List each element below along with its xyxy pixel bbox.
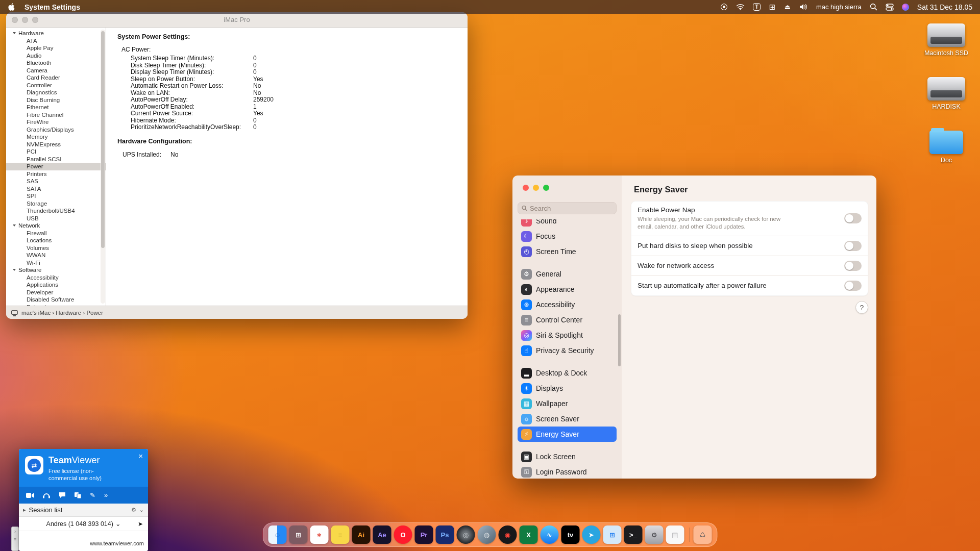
- desktop-icon[interactable]: Doc: [929, 131, 963, 164]
- si-sidebar-row[interactable]: Software: [6, 266, 106, 274]
- si-sidebar-row[interactable]: Accessibility: [6, 274, 106, 282]
- si-sidebar-row[interactable]: Developer: [6, 289, 106, 296]
- active-app-name[interactable]: System Settings: [24, 3, 80, 11]
- si-sidebar-row[interactable]: USB: [6, 215, 106, 222]
- si-sidebar-row[interactable]: Storage: [6, 200, 106, 208]
- dock-icon[interactable]: ➤: [582, 525, 601, 544]
- teamviewer-header[interactable]: ⇄ TeamViewer Free license (non-commercia…: [19, 449, 148, 487]
- teamviewer-menu-icon[interactable]: T: [753, 3, 761, 11]
- desktop-icon[interactable]: HARDISK: [927, 77, 965, 110]
- zoom-button[interactable]: [32, 17, 38, 23]
- menu-clock[interactable]: Sat 31 Dec 18.05: [917, 3, 972, 11]
- settings-sidebar-item[interactable]: ⚿ Login Password: [518, 464, 617, 479]
- expand-icon[interactable]: ▸: [23, 507, 26, 513]
- dock-icon[interactable]: Ae: [373, 525, 391, 544]
- si-sidebar-row[interactable]: Audio: [6, 52, 106, 60]
- si-sidebar-row[interactable]: Extensions: [6, 304, 106, 306]
- settings-sidebar-item[interactable]: ≡ Control Center: [518, 312, 617, 328]
- sidebar-scrollbar[interactable]: [618, 314, 621, 366]
- dock-icon[interactable]: ⊞: [603, 525, 622, 544]
- pointer-icon[interactable]: ➤: [138, 520, 143, 528]
- desktop-icon[interactable]: Macintosh SSD: [924, 23, 968, 57]
- settings-sidebar-item[interactable]: ▣ Lock Screen: [518, 449, 617, 464]
- dock-icon[interactable]: >_: [624, 525, 643, 544]
- toggle-switch[interactable]: [844, 261, 862, 271]
- wifi-icon[interactable]: [736, 3, 745, 11]
- settings-sidebar-item[interactable]: ☀ Displays: [518, 381, 617, 396]
- more-actions-icon[interactable]: »: [104, 491, 108, 499]
- si-sidebar-row[interactable]: FireWire: [6, 118, 106, 126]
- si-sidebar-row[interactable]: Volumes: [6, 244, 106, 252]
- si-titlebar[interactable]: iMac Pro: [6, 12, 468, 28]
- si-sidebar-row[interactable]: Bluetooth: [6, 59, 106, 67]
- dock-icon[interactable]: ♺: [694, 525, 712, 544]
- apple-menu[interactable]: [8, 3, 15, 11]
- settings-sidebar-item[interactable]: ◐ Appearance: [518, 282, 617, 297]
- dock-icon[interactable]: ⚙: [645, 525, 664, 544]
- teamviewer-collapse-strip[interactable]: › ≡: [11, 527, 19, 551]
- si-sidebar-row[interactable]: Applications: [6, 281, 106, 289]
- settings-sidebar-item[interactable]: ☝ Privacy & Security: [518, 343, 617, 358]
- si-sidebar-row[interactable]: Card Reader: [6, 74, 106, 82]
- dock-icon[interactable]: tv: [561, 525, 580, 544]
- settings-sidebar-item[interactable]: ◎ Siri & Spotlight: [518, 328, 617, 343]
- settings-sidebar-item[interactable]: ☼ Screen Saver: [518, 411, 617, 427]
- dock-icon[interactable]: O: [394, 525, 412, 544]
- session-list-bar[interactable]: ▸ Session list ⚙ ⌄: [19, 504, 148, 517]
- si-sidebar-row[interactable]: Hardware: [6, 30, 106, 37]
- si-sidebar-row[interactable]: WWAN: [6, 252, 106, 259]
- si-sidebar-row[interactable]: Power: [6, 163, 106, 170]
- si-sidebar-row[interactable]: Thunderbolt/USB4: [6, 207, 106, 215]
- dock-icon[interactable]: ◍: [478, 525, 496, 544]
- video-call-icon[interactable]: [26, 492, 34, 498]
- eject-icon[interactable]: ⏏: [784, 3, 791, 11]
- whiteboard-icon[interactable]: ✎: [90, 491, 95, 499]
- dock-icon[interactable]: Pr: [415, 525, 433, 544]
- settings-sidebar-item[interactable]: ⊛ Accessibility: [518, 297, 617, 312]
- si-sidebar-row[interactable]: PCI: [6, 148, 106, 156]
- toggle-switch[interactable]: [844, 241, 862, 251]
- si-sidebar-row[interactable]: Printers: [6, 170, 106, 178]
- disclosure-triangle-icon[interactable]: [13, 32, 16, 34]
- si-sidebar-row[interactable]: Disabled Software: [6, 296, 106, 304]
- si-sidebar-row[interactable]: Firewall: [6, 230, 106, 237]
- breadcrumb[interactable]: mac's iMac › Hardware › Power: [21, 310, 103, 316]
- si-sidebar-row[interactable]: SPI: [6, 192, 106, 200]
- disclosure-triangle-icon[interactable]: [13, 224, 16, 227]
- dock-icon[interactable]: ≡: [331, 525, 350, 544]
- grid-icon[interactable]: ⊞: [769, 3, 776, 11]
- dock-icon[interactable]: ▤: [666, 525, 684, 544]
- dock-icon[interactable]: Ps: [436, 525, 454, 544]
- si-sidebar-scrollbar[interactable]: [101, 30, 105, 304]
- close-button[interactable]: [523, 185, 529, 191]
- si-sidebar-row[interactable]: Parallel SCSI: [6, 156, 106, 163]
- siri-icon[interactable]: [902, 3, 909, 11]
- dock-icon[interactable]: X: [520, 525, 538, 544]
- zoom-button[interactable]: [543, 185, 549, 191]
- search-field[interactable]: [518, 202, 617, 214]
- si-sidebar-row[interactable]: Locations: [6, 237, 106, 244]
- close-icon[interactable]: ×: [138, 452, 143, 460]
- dock-icon[interactable]: ⊞: [289, 525, 308, 544]
- dock-icon[interactable]: ∗: [310, 525, 329, 544]
- dock-icon[interactable]: Ai: [352, 525, 371, 544]
- si-sidebar-row[interactable]: SAS: [6, 178, 106, 185]
- settings-sidebar-item[interactable]: ▦ Wallpaper: [518, 396, 617, 411]
- si-sidebar-row[interactable]: Diagnostics: [6, 89, 106, 96]
- drag-handle-icon[interactable]: ≡: [14, 537, 16, 542]
- si-sidebar-row[interactable]: NVMExpress: [6, 141, 106, 148]
- settings-sidebar-item[interactable]: ☾ Focus: [518, 229, 617, 244]
- dock-icon[interactable]: ∿: [541, 525, 559, 544]
- minimize-button[interactable]: [22, 17, 28, 23]
- gear-icon[interactable]: ⚙: [131, 507, 136, 513]
- dock-icon[interactable]: ◎: [457, 525, 475, 544]
- file-transfer-icon[interactable]: [75, 492, 81, 498]
- headset-icon[interactable]: [43, 492, 50, 498]
- si-sidebar-row[interactable]: SATA: [6, 185, 106, 193]
- toggle-switch[interactable]: [844, 213, 862, 223]
- search-icon[interactable]: [870, 3, 877, 11]
- si-sidebar-row[interactable]: Ethernet: [6, 104, 106, 111]
- si-sidebar-row[interactable]: Controller: [6, 82, 106, 89]
- si-sidebar-row[interactable]: Disc Burning: [6, 96, 106, 104]
- si-sidebar-row[interactable]: Fibre Channel: [6, 111, 106, 119]
